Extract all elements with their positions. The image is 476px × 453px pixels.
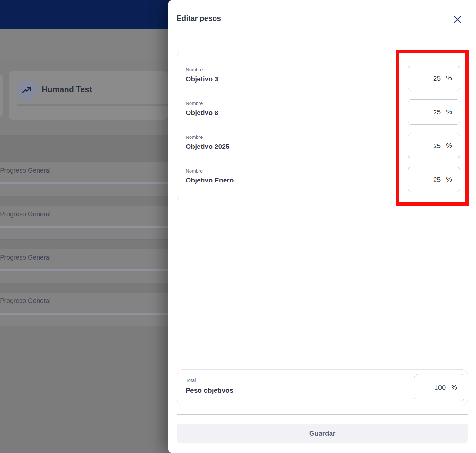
field-label: Nombre [186, 101, 203, 106]
total-label: Total [186, 378, 196, 383]
total-input-box: % [414, 374, 464, 401]
row-gap [0, 196, 168, 206]
save-button[interactable]: Guardar [177, 424, 468, 443]
objective-row: Nombre Objetivo Enero % [177, 167, 468, 192]
objective-row: Nombre Objetivo 2025 % [177, 133, 468, 159]
objective-name: Objetivo 3 [186, 75, 218, 83]
row-gap [0, 283, 168, 293]
row-gap [0, 239, 168, 250]
percent-unit: % [446, 142, 452, 149]
progress-row-label: Progreso General [0, 167, 51, 174]
weight-input-box: % [408, 66, 460, 91]
weight-input[interactable] [413, 176, 441, 183]
field-label: Nombre [186, 67, 203, 72]
progress-row: Progreso General [0, 293, 168, 326]
adjacent-card-edge [0, 75, 3, 117]
progress-row-label: Progreso General [0, 297, 51, 305]
progress-row-track [0, 182, 168, 184]
objective-name: Objetivo Enero [186, 176, 234, 184]
trending-up-icon [17, 80, 37, 100]
goal-progress-bar [17, 104, 168, 106]
progress-row-track [0, 313, 168, 315]
objective-row: Nombre Objetivo 8 % [177, 99, 468, 125]
percent-unit: % [446, 108, 452, 116]
weight-input[interactable] [413, 142, 441, 150]
header-divider [177, 33, 468, 33]
goal-card-title: Humand Test [42, 85, 92, 94]
footer-divider [177, 414, 468, 415]
total-card: Total Peso objetivos % [177, 369, 468, 405]
weights-card: Nombre Objetivo 3 % Nombre Objetivo 8 % … [177, 51, 468, 201]
progress-row-track [0, 226, 168, 228]
percent-unit: % [446, 176, 452, 183]
progress-row: Progreso General [0, 162, 168, 196]
close-icon [453, 15, 462, 24]
field-label: Nombre [186, 134, 203, 140]
percent-unit: % [451, 384, 457, 391]
weight-input[interactable] [413, 108, 441, 116]
progress-row-label: Progreso General [0, 254, 51, 261]
weight-input[interactable] [413, 75, 441, 82]
percent-unit: % [446, 75, 452, 82]
progress-row: Progreso General [0, 206, 168, 239]
weight-input-box: % [408, 99, 460, 125]
panel-title: Editar pesos [177, 14, 221, 23]
edit-weights-panel: Editar pesos Nombre Objetivo 3 % Nombre … [168, 0, 476, 453]
objective-name: Objetivo 8 [186, 109, 218, 117]
progress-row-label: Progreso General [0, 210, 51, 218]
goal-card: Humand Test [9, 71, 168, 120]
progress-row: Progreso General [0, 249, 168, 283]
objective-row: Nombre Objetivo 3 % [177, 66, 468, 91]
close-button[interactable] [451, 13, 464, 26]
total-input[interactable] [419, 384, 446, 392]
progress-row-track [0, 269, 168, 271]
field-label: Nombre [186, 168, 203, 173]
weight-input-box: % [408, 133, 460, 158]
objective-name: Objetivo 2025 [186, 143, 230, 150]
weight-input-box: % [408, 167, 460, 192]
total-name: Peso objetivos [186, 386, 233, 394]
